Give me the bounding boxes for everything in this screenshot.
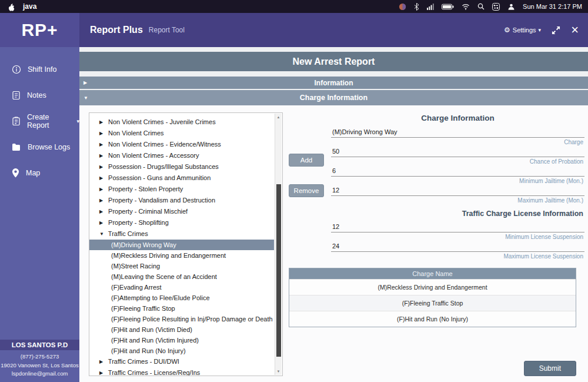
tree-item[interactable]: (F)Fleeing Police Resulting in Inj/Prop … bbox=[89, 314, 274, 324]
tree-arrow-icon: ▶ bbox=[99, 195, 106, 206]
close-button[interactable]: × bbox=[571, 24, 579, 36]
field-value[interactable]: (M)Driving Wrong Way bbox=[331, 128, 584, 138]
add-button[interactable]: Add bbox=[289, 154, 324, 167]
apple-menu-icon[interactable] bbox=[7, 2, 15, 11]
sidebar-nav: Shift Info Notes Create Report ▾ Browse … bbox=[0, 57, 79, 186]
tree-item-label: Traffic Crimes - License/Reg/Ins bbox=[108, 369, 201, 376]
tree-item[interactable]: (F)Attempting to Flee/Elude Police bbox=[89, 293, 274, 303]
charge-fields: (M)Driving Wrong Way Charge 50 Chance of… bbox=[331, 128, 584, 205]
table-cell: (F)Hit and Run (No Injury) bbox=[397, 315, 468, 323]
section-information[interactable]: ▶ Information bbox=[79, 77, 588, 89]
app-subtitle: Report Tool bbox=[149, 26, 185, 34]
tree-item-label: (F)Fleeing Police Resulting in Inj/Prop … bbox=[111, 315, 273, 323]
charge-table: Charge Name (M)Reckless Driving and Enda… bbox=[289, 268, 576, 327]
tree-item[interactable]: (F)Hit and Run (No Injury) bbox=[89, 346, 274, 356]
tree-item-label: Non Violent Crimes - Evidence/Witness bbox=[108, 141, 221, 148]
tree-item[interactable]: (M)Street Racing bbox=[89, 261, 274, 271]
gear-icon: ⚙ bbox=[504, 26, 510, 34]
tree-item-label: (F)Hit and Run (No Injury) bbox=[111, 347, 186, 354]
scroll-up-icon[interactable]: ▲ bbox=[275, 115, 282, 119]
tree-arrow-icon: ▶ bbox=[99, 207, 106, 217]
scrollbar-thumb[interactable] bbox=[276, 184, 281, 357]
submit-button[interactable]: Submit bbox=[524, 361, 576, 376]
settings-button[interactable]: ⚙ Settings ▾ bbox=[504, 26, 541, 34]
sidebar-item-label: Browse Logs bbox=[28, 143, 70, 151]
scroll-down-icon[interactable]: ▼ bbox=[275, 370, 282, 373]
tree-item[interactable]: ▶ Non Violent Crimes - Evidence/Witness bbox=[89, 139, 274, 150]
report-title: New Arrest Report bbox=[79, 52, 588, 71]
tree-item[interactable]: ▶ Possession - Drugs/Illegal Substances bbox=[89, 161, 274, 172]
menubar-status-icons bbox=[399, 3, 515, 11]
table-cell: (M)Reckless Driving and Endangerment bbox=[377, 284, 487, 291]
app-menu[interactable]: java bbox=[23, 2, 36, 11]
pin-icon bbox=[12, 168, 19, 178]
tree-item[interactable]: ▶ Property - Stolen Property bbox=[89, 184, 274, 195]
sidebar-item[interactable]: Browse Logs bbox=[0, 134, 79, 160]
tree-item[interactable]: (F)Hit and Run (Victim Injured) bbox=[89, 335, 274, 346]
report-icon bbox=[12, 117, 21, 126]
table-row[interactable]: (F)Fleeing Traffic Stop bbox=[289, 295, 576, 311]
department-email: lspdonline@gmail.com bbox=[0, 370, 79, 378]
remove-button[interactable]: Remove bbox=[289, 184, 324, 197]
field-value[interactable]: 12 bbox=[331, 187, 584, 196]
app-logo-text: RP+ bbox=[21, 20, 58, 40]
tree-item[interactable]: ▶ Non Violent Crimes - Juvenile Crimes bbox=[89, 117, 274, 128]
tree-arrow-icon: ▶ bbox=[99, 151, 106, 161]
tree-arrow-icon: ▶ bbox=[99, 173, 106, 184]
field-value[interactable]: 6 bbox=[331, 167, 584, 177]
field-value[interactable]: 50 bbox=[331, 148, 584, 157]
tree-item[interactable]: (F)Hit and Run (Victim Died) bbox=[89, 324, 274, 335]
chevron-down-icon: ▾ bbox=[76, 118, 79, 124]
table-row[interactable]: (F)Hit and Run (No Injury) bbox=[289, 311, 576, 327]
sidebar-item-label: Shift Info bbox=[28, 65, 56, 74]
tree-arrow-icon: ▼ bbox=[99, 229, 106, 240]
tree-item-label: Possession - Drugs/Illegal Substances bbox=[108, 163, 219, 170]
tree-item[interactable]: (M)Driving Wrong Way bbox=[89, 240, 274, 250]
tree-item[interactable]: (F)Evading Arrest bbox=[89, 282, 274, 293]
charge-tree: ▶ Non Violent Crimes - Juvenile Crimes ▶… bbox=[89, 112, 283, 376]
sidebar-item[interactable]: Map bbox=[0, 160, 79, 186]
tree-item[interactable]: (M)Leaving the Scene of an Accident bbox=[89, 271, 274, 282]
tree-item[interactable]: ▶ Possession - Guns and Ammunition bbox=[89, 172, 274, 184]
tree-item[interactable]: ▶ Property - Shoplifting bbox=[89, 217, 274, 228]
tree-item[interactable]: ▶ Non Violent Crimes - Accessory bbox=[89, 150, 274, 161]
sidebar-item[interactable]: Shift Info bbox=[0, 57, 79, 82]
table-row[interactable]: (M)Reckless Driving and Endangerment bbox=[289, 279, 576, 295]
tree-item[interactable]: ▶ Traffic Crimes - DUI/DWI bbox=[89, 356, 274, 367]
section-information-label: Information bbox=[79, 79, 588, 87]
tree-arrow-icon: ▶ bbox=[99, 357, 106, 367]
table-cell: (F)Fleeing Traffic Stop bbox=[402, 300, 463, 307]
section-charge-information[interactable]: ▼ Charge Information bbox=[79, 90, 588, 105]
charge-panel: ▶ Non Violent Crimes - Juvenile Crimes ▶… bbox=[79, 105, 588, 382]
app-title: Report Plus bbox=[90, 25, 143, 35]
folder-icon bbox=[12, 143, 21, 151]
tree-items: ▶ Non Violent Crimes - Juvenile Crimes ▶… bbox=[89, 113, 282, 376]
field-value[interactable]: 24 bbox=[331, 243, 584, 252]
field-label: Maximum License Suspension bbox=[331, 252, 584, 261]
field-label: Minimum Jailtime (Mon.) bbox=[331, 177, 584, 186]
wifi-icon bbox=[462, 4, 470, 10]
tree-arrow-icon: ▶ bbox=[99, 162, 106, 172]
sidebar-item[interactable]: Notes bbox=[0, 82, 79, 108]
chevron-down-icon: ▼ bbox=[83, 95, 88, 101]
field-value[interactable]: 12 bbox=[331, 223, 584, 232]
department-name: LOS SANTOS P.D bbox=[0, 340, 79, 350]
fullscreen-button[interactable] bbox=[552, 26, 560, 35]
tree-scrollbar[interactable]: ▲ ▼ bbox=[275, 114, 282, 375]
tree-item[interactable]: (F)Fleeing Traffic Stop bbox=[89, 303, 274, 314]
chevron-down-icon: ▾ bbox=[539, 27, 542, 33]
tree-item[interactable]: ▶ Property - Vandalism and Destruction bbox=[89, 195, 274, 206]
sidebar-item-label: Notes bbox=[27, 91, 46, 99]
tree-item-label: (F)Fleeing Traffic Stop bbox=[111, 305, 175, 312]
tree-item[interactable]: ▶ Property - Criminal Mischief bbox=[89, 206, 274, 217]
tree-item[interactable]: ▶ Traffic Crimes - License/Reg/Ins bbox=[89, 367, 274, 376]
menubar-clock[interactable]: Sun Mar 31 2:17 PM bbox=[523, 3, 582, 10]
sidebar: RP+ Shift Info Notes Create Report ▾ Bro… bbox=[0, 13, 79, 382]
tree-item-label: (F)Evading Arrest bbox=[111, 284, 162, 291]
tree-item[interactable]: ▼ Traffic Crimes bbox=[89, 228, 274, 240]
tree-item[interactable]: (M)Reckless Driving and Endangerment bbox=[89, 250, 274, 261]
chevron-right-icon: ▶ bbox=[83, 80, 87, 85]
screen: java Sun Mar 31 2:17 PM RP+ Shift Info N… bbox=[0, 0, 588, 382]
tree-item[interactable]: ▶ Non Violent Crimes bbox=[89, 128, 274, 139]
sidebar-item[interactable]: Create Report ▾ bbox=[0, 108, 79, 134]
